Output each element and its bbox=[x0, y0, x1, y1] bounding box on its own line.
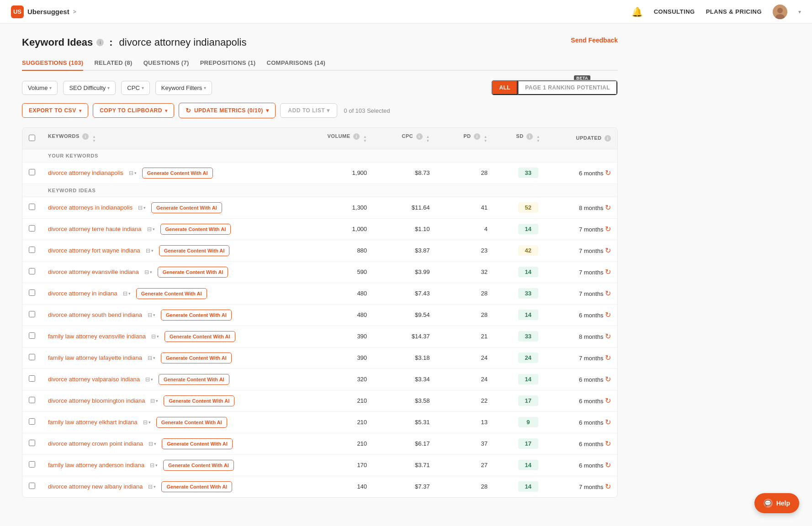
row-checkbox[interactable] bbox=[29, 204, 35, 210]
th-pd[interactable]: PD i ▲▼ bbox=[444, 128, 501, 149]
refresh-icon[interactable]: ↻ bbox=[605, 169, 611, 177]
keyword-link[interactable]: family law attorney lafayette indiana bbox=[48, 354, 142, 361]
generate-content-button[interactable]: Generate Content With AI bbox=[161, 310, 232, 321]
refresh-icon[interactable]: ↻ bbox=[605, 332, 611, 340]
row-checkbox[interactable] bbox=[29, 354, 35, 360]
refresh-icon[interactable]: ↻ bbox=[605, 461, 611, 469]
plans-pricing-link[interactable]: PLANS & PRICING bbox=[706, 8, 762, 15]
keywords-sort-icon[interactable]: ▲▼ bbox=[92, 135, 96, 143]
keyword-link[interactable]: family law attorney elkhart indiana bbox=[48, 419, 138, 426]
row-checkbox[interactable] bbox=[29, 332, 35, 339]
refresh-icon[interactable]: ↻ bbox=[605, 418, 611, 426]
sd-sort-icon[interactable]: ▲▼ bbox=[536, 135, 540, 143]
th-cpc[interactable]: CPC i ▲▼ bbox=[381, 128, 443, 149]
tab-comparisons[interactable]: COMPARISONS (14) bbox=[266, 56, 325, 71]
row-checkbox[interactable] bbox=[29, 225, 35, 231]
bell-icon[interactable]: 🔔 bbox=[632, 6, 643, 17]
row-checkbox[interactable] bbox=[29, 311, 35, 317]
refresh-icon[interactable]: ↻ bbox=[605, 225, 611, 233]
row-checkbox[interactable] bbox=[29, 418, 35, 425]
avatar-chevron-icon[interactable]: ▾ bbox=[798, 9, 801, 15]
keyword-action-icon-btn[interactable]: ⊟ ▾ bbox=[146, 354, 157, 362]
keyword-link[interactable]: divorce attorneys in indianapolis bbox=[48, 204, 133, 211]
keyword-action-icon-btn[interactable]: ⊟ ▾ bbox=[148, 461, 159, 469]
keyword-action-icon-btn[interactable]: ⊟ ▾ bbox=[141, 418, 153, 426]
seo-difficulty-filter[interactable]: SEO Difficulty ▾ bbox=[63, 81, 116, 95]
send-feedback-link[interactable]: Send Feedback bbox=[571, 37, 618, 44]
generate-content-button[interactable]: Generate Content With AI bbox=[136, 288, 207, 299]
generate-content-button[interactable]: Generate Content With AI bbox=[142, 168, 213, 179]
generate-content-button[interactable]: Generate Content With AI bbox=[158, 267, 228, 278]
generate-content-button[interactable]: Generate Content With AI bbox=[162, 438, 233, 449]
row-checkbox[interactable] bbox=[29, 440, 35, 446]
refresh-icon[interactable]: ↻ bbox=[605, 289, 611, 297]
th-keywords[interactable]: KEYWORDS i ▲▼ bbox=[42, 128, 303, 149]
keyword-link[interactable]: family law attorney anderson indiana bbox=[48, 462, 144, 468]
row-checkbox[interactable] bbox=[29, 169, 35, 175]
avatar[interactable] bbox=[773, 5, 787, 19]
keyword-action-icon-btn[interactable]: ⊟ ▾ bbox=[147, 440, 158, 448]
generate-content-button[interactable]: Generate Content With AI bbox=[163, 460, 234, 471]
row-checkbox[interactable] bbox=[29, 375, 35, 382]
row-checkbox[interactable] bbox=[29, 397, 35, 403]
tab-all[interactable]: ALL bbox=[492, 80, 518, 95]
keyword-link[interactable]: divorce attorney indianapolis bbox=[48, 169, 123, 176]
keyword-action-icon-btn[interactable]: ⊟ ▾ bbox=[145, 225, 157, 233]
title-info-icon[interactable]: i bbox=[96, 39, 104, 46]
tab-questions[interactable]: QUESTIONS (7) bbox=[143, 56, 189, 71]
row-checkbox[interactable] bbox=[29, 247, 35, 253]
cpc-sort-icon[interactable]: ▲▼ bbox=[426, 135, 430, 143]
tab-related[interactable]: RELATED (8) bbox=[94, 56, 132, 71]
keyword-action-icon-btn[interactable]: ⊟ ▾ bbox=[146, 483, 158, 491]
keyword-link[interactable]: divorce attorney evansville indiana bbox=[48, 268, 139, 275]
export-csv-button[interactable]: EXPORT TO CSV ▾ bbox=[22, 103, 88, 118]
copy-clipboard-button[interactable]: COPY TO CLIPBOARD ▾ bbox=[93, 103, 174, 118]
volume-filter[interactable]: Volume ▾ bbox=[22, 81, 58, 95]
keyword-action-icon-btn[interactable]: ⊟ ▾ bbox=[143, 375, 155, 384]
tab-prepositions[interactable]: PREPOSITIONS (1) bbox=[200, 56, 256, 71]
keyword-link[interactable]: divorce attorney valparaiso indiana bbox=[48, 376, 140, 383]
refresh-icon[interactable]: ↻ bbox=[605, 268, 611, 276]
th-sd[interactable]: SD i ▲▼ bbox=[501, 128, 555, 149]
update-metrics-button[interactable]: ↻ UPDATE METRICS (0/10) ▾ bbox=[179, 103, 276, 118]
pd-sort-icon[interactable]: ▲▼ bbox=[484, 135, 488, 143]
refresh-icon[interactable]: ↻ bbox=[605, 354, 611, 362]
row-checkbox[interactable] bbox=[29, 483, 35, 489]
refresh-icon[interactable]: ↻ bbox=[605, 204, 611, 211]
keyword-action-icon-btn[interactable]: ⊟ ▾ bbox=[144, 247, 155, 255]
keyword-link[interactable]: divorce attorney fort wayne indiana bbox=[48, 247, 140, 254]
row-checkbox[interactable] bbox=[29, 461, 35, 468]
cpc-filter[interactable]: CPC ▾ bbox=[121, 81, 149, 95]
refresh-icon[interactable]: ↻ bbox=[605, 397, 611, 405]
refresh-icon[interactable]: ↻ bbox=[605, 247, 611, 254]
row-checkbox[interactable] bbox=[29, 289, 35, 296]
keyword-link[interactable]: divorce attorney in indiana bbox=[48, 290, 117, 297]
row-checkbox[interactable] bbox=[29, 268, 35, 274]
refresh-icon[interactable]: ↻ bbox=[605, 483, 611, 490]
keyword-action-icon-btn[interactable]: ⊟ ▾ bbox=[146, 311, 157, 319]
keyword-filters-btn[interactable]: Keyword Filters ▾ bbox=[155, 81, 212, 95]
keyword-action-icon-btn[interactable]: ⊟ ▾ bbox=[136, 204, 148, 212]
logo[interactable]: US Ubersuggest > bbox=[11, 5, 76, 18]
keyword-link[interactable]: divorce attorney terre haute indiana bbox=[48, 226, 142, 232]
generate-content-button[interactable]: Generate Content With AI bbox=[161, 352, 232, 363]
generate-content-button[interactable]: Generate Content With AI bbox=[159, 374, 229, 385]
refresh-icon[interactable]: ↻ bbox=[605, 311, 611, 319]
generate-content-button[interactable]: Generate Content With AI bbox=[165, 331, 235, 342]
th-volume[interactable]: VOLUME i ▲▼ bbox=[303, 128, 381, 149]
generate-content-button[interactable]: Generate Content With AI bbox=[156, 417, 227, 428]
help-button[interactable]: 💬 Help bbox=[754, 493, 799, 510]
generate-content-button[interactable]: Generate Content With AI bbox=[159, 245, 230, 256]
keyword-link[interactable]: divorce attorney new albany indiana bbox=[48, 483, 143, 490]
keyword-link[interactable]: divorce attorney bloomington indiana bbox=[48, 397, 145, 404]
volume-sort-icon[interactable]: ▲▼ bbox=[363, 135, 367, 143]
consulting-link[interactable]: CONSULTING bbox=[654, 8, 695, 15]
keyword-link[interactable]: divorce attorney crown point indiana bbox=[48, 440, 143, 447]
refresh-icon[interactable]: ↻ bbox=[605, 440, 611, 447]
keyword-link[interactable]: family law attorney evansville indiana bbox=[48, 333, 146, 340]
generate-content-button[interactable]: Generate Content With AI bbox=[164, 395, 234, 406]
keyword-action-icon-btn[interactable]: ⊟ ▾ bbox=[149, 397, 160, 405]
keyword-action-icon-btn[interactable]: ⊟ ▾ bbox=[143, 268, 154, 276]
refresh-icon[interactable]: ↻ bbox=[605, 375, 611, 383]
keyword-action-icon-btn[interactable]: ⊟ ▾ bbox=[127, 169, 138, 177]
